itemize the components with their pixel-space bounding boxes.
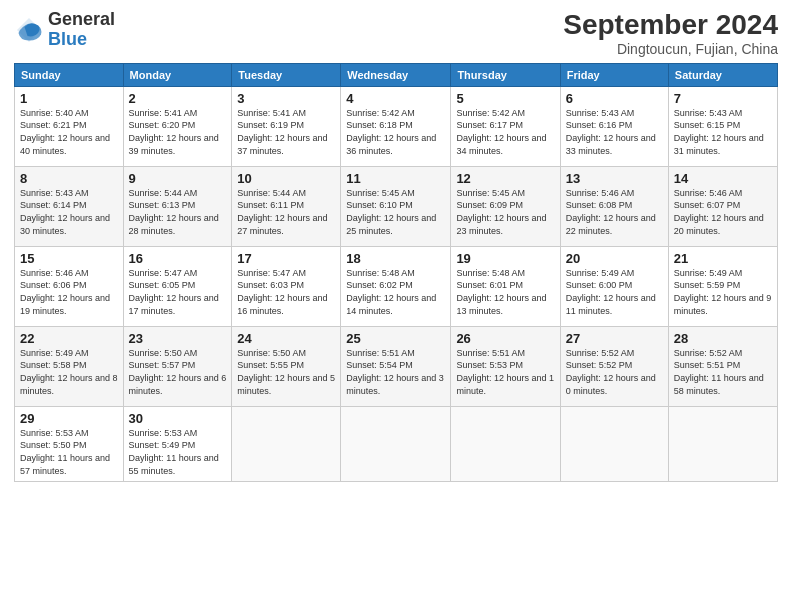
daylight-label: Daylight: 12 hours and 28 minutes. [129, 213, 219, 236]
weekday-sunday: Sunday [15, 63, 124, 86]
daylight-label: Daylight: 12 hours and 5 minutes. [237, 373, 335, 396]
day-number: 29 [20, 411, 118, 426]
day-cell-21: 21 Sunrise: 5:49 AM Sunset: 5:59 PM Dayl… [668, 246, 777, 326]
calendar-week-row: 15 Sunrise: 5:46 AM Sunset: 6:06 PM Dayl… [15, 246, 778, 326]
day-number: 5 [456, 91, 554, 106]
daylight-label: Daylight: 12 hours and 37 minutes. [237, 133, 327, 156]
daylight-label: Daylight: 12 hours and 40 minutes. [20, 133, 110, 156]
sunset-label: Sunset: 5:50 PM [20, 440, 87, 450]
logo-text: General Blue [48, 10, 115, 50]
day-info: Sunrise: 5:52 AM Sunset: 5:51 PM Dayligh… [674, 347, 772, 397]
month-title: September 2024 [563, 10, 778, 41]
day-info: Sunrise: 5:46 AM Sunset: 6:08 PM Dayligh… [566, 187, 663, 237]
day-cell-1: 1 Sunrise: 5:40 AM Sunset: 6:21 PM Dayli… [15, 86, 124, 166]
day-info: Sunrise: 5:43 AM Sunset: 6:14 PM Dayligh… [20, 187, 118, 237]
day-number: 12 [456, 171, 554, 186]
day-info: Sunrise: 5:43 AM Sunset: 6:15 PM Dayligh… [674, 107, 772, 157]
daylight-label: Daylight: 12 hours and 14 minutes. [346, 293, 436, 316]
day-cell-27: 27 Sunrise: 5:52 AM Sunset: 5:52 PM Dayl… [560, 326, 668, 406]
day-cell-16: 16 Sunrise: 5:47 AM Sunset: 6:05 PM Dayl… [123, 246, 232, 326]
daylight-label: Daylight: 12 hours and 1 minute. [456, 373, 554, 396]
logo: General Blue [14, 10, 115, 50]
daylight-label: Daylight: 12 hours and 25 minutes. [346, 213, 436, 236]
day-number: 17 [237, 251, 335, 266]
logo-icon [14, 15, 44, 45]
day-info: Sunrise: 5:40 AM Sunset: 6:21 PM Dayligh… [20, 107, 118, 157]
sunset-label: Sunset: 6:05 PM [129, 280, 196, 290]
sunset-label: Sunset: 6:13 PM [129, 200, 196, 210]
weekday-monday: Monday [123, 63, 232, 86]
sunset-label: Sunset: 5:52 PM [566, 360, 633, 370]
day-info: Sunrise: 5:41 AM Sunset: 6:19 PM Dayligh… [237, 107, 335, 157]
day-info: Sunrise: 5:51 AM Sunset: 5:54 PM Dayligh… [346, 347, 445, 397]
daylight-label: Daylight: 12 hours and 6 minutes. [129, 373, 227, 396]
sunrise-label: Sunrise: 5:40 AM [20, 108, 89, 118]
calendar-table: SundayMondayTuesdayWednesdayThursdayFrid… [14, 63, 778, 482]
sunset-label: Sunset: 5:58 PM [20, 360, 87, 370]
day-cell-3: 3 Sunrise: 5:41 AM Sunset: 6:19 PM Dayli… [232, 86, 341, 166]
calendar-week-row: 8 Sunrise: 5:43 AM Sunset: 6:14 PM Dayli… [15, 166, 778, 246]
day-cell-22: 22 Sunrise: 5:49 AM Sunset: 5:58 PM Dayl… [15, 326, 124, 406]
sunrise-label: Sunrise: 5:47 AM [129, 268, 198, 278]
day-cell-7: 7 Sunrise: 5:43 AM Sunset: 6:15 PM Dayli… [668, 86, 777, 166]
day-info: Sunrise: 5:44 AM Sunset: 6:11 PM Dayligh… [237, 187, 335, 237]
sunrise-label: Sunrise: 5:48 AM [346, 268, 415, 278]
sunset-label: Sunset: 6:18 PM [346, 120, 413, 130]
day-info: Sunrise: 5:46 AM Sunset: 6:07 PM Dayligh… [674, 187, 772, 237]
day-number: 23 [129, 331, 227, 346]
sunrise-label: Sunrise: 5:46 AM [674, 188, 743, 198]
calendar-week-row: 22 Sunrise: 5:49 AM Sunset: 5:58 PM Dayl… [15, 326, 778, 406]
sunset-label: Sunset: 6:11 PM [237, 200, 304, 210]
day-number: 6 [566, 91, 663, 106]
sunset-label: Sunset: 6:10 PM [346, 200, 413, 210]
daylight-label: Daylight: 12 hours and 9 minutes. [674, 293, 772, 316]
daylight-label: Daylight: 12 hours and 23 minutes. [456, 213, 546, 236]
sunrise-label: Sunrise: 5:46 AM [20, 268, 89, 278]
daylight-label: Daylight: 11 hours and 55 minutes. [129, 453, 219, 476]
day-info: Sunrise: 5:48 AM Sunset: 6:01 PM Dayligh… [456, 267, 554, 317]
sunset-label: Sunset: 6:20 PM [129, 120, 196, 130]
day-cell-5: 5 Sunrise: 5:42 AM Sunset: 6:17 PM Dayli… [451, 86, 560, 166]
sunrise-label: Sunrise: 5:44 AM [237, 188, 306, 198]
sunrise-label: Sunrise: 5:50 AM [129, 348, 198, 358]
day-cell-18: 18 Sunrise: 5:48 AM Sunset: 6:02 PM Dayl… [341, 246, 451, 326]
day-number: 15 [20, 251, 118, 266]
sunrise-label: Sunrise: 5:41 AM [237, 108, 306, 118]
empty-cell [341, 406, 451, 481]
daylight-label: Daylight: 12 hours and 17 minutes. [129, 293, 219, 316]
daylight-label: Daylight: 12 hours and 31 minutes. [674, 133, 764, 156]
sunrise-label: Sunrise: 5:48 AM [456, 268, 525, 278]
daylight-label: Daylight: 12 hours and 33 minutes. [566, 133, 656, 156]
day-info: Sunrise: 5:49 AM Sunset: 5:59 PM Dayligh… [674, 267, 772, 317]
day-cell-12: 12 Sunrise: 5:45 AM Sunset: 6:09 PM Dayl… [451, 166, 560, 246]
day-cell-19: 19 Sunrise: 5:48 AM Sunset: 6:01 PM Dayl… [451, 246, 560, 326]
day-number: 9 [129, 171, 227, 186]
sunset-label: Sunset: 6:16 PM [566, 120, 633, 130]
day-info: Sunrise: 5:47 AM Sunset: 6:05 PM Dayligh… [129, 267, 227, 317]
day-cell-8: 8 Sunrise: 5:43 AM Sunset: 6:14 PM Dayli… [15, 166, 124, 246]
weekday-header-row: SundayMondayTuesdayWednesdayThursdayFrid… [15, 63, 778, 86]
sunset-label: Sunset: 6:08 PM [566, 200, 633, 210]
day-cell-30: 30 Sunrise: 5:53 AM Sunset: 5:49 PM Dayl… [123, 406, 232, 481]
day-number: 11 [346, 171, 445, 186]
daylight-label: Daylight: 12 hours and 34 minutes. [456, 133, 546, 156]
daylight-label: Daylight: 11 hours and 58 minutes. [674, 373, 764, 396]
sunset-label: Sunset: 6:14 PM [20, 200, 87, 210]
day-number: 8 [20, 171, 118, 186]
sunrise-label: Sunrise: 5:42 AM [456, 108, 525, 118]
day-cell-20: 20 Sunrise: 5:49 AM Sunset: 6:00 PM Dayl… [560, 246, 668, 326]
daylight-label: Daylight: 11 hours and 57 minutes. [20, 453, 110, 476]
day-info: Sunrise: 5:52 AM Sunset: 5:52 PM Dayligh… [566, 347, 663, 397]
logo-general: General [48, 9, 115, 29]
sunrise-label: Sunrise: 5:45 AM [456, 188, 525, 198]
day-cell-17: 17 Sunrise: 5:47 AM Sunset: 6:03 PM Dayl… [232, 246, 341, 326]
sunrise-label: Sunrise: 5:42 AM [346, 108, 415, 118]
day-number: 28 [674, 331, 772, 346]
day-cell-25: 25 Sunrise: 5:51 AM Sunset: 5:54 PM Dayl… [341, 326, 451, 406]
day-info: Sunrise: 5:49 AM Sunset: 6:00 PM Dayligh… [566, 267, 663, 317]
day-cell-26: 26 Sunrise: 5:51 AM Sunset: 5:53 PM Dayl… [451, 326, 560, 406]
daylight-label: Daylight: 12 hours and 30 minutes. [20, 213, 110, 236]
day-number: 26 [456, 331, 554, 346]
empty-cell [560, 406, 668, 481]
sunrise-label: Sunrise: 5:45 AM [346, 188, 415, 198]
